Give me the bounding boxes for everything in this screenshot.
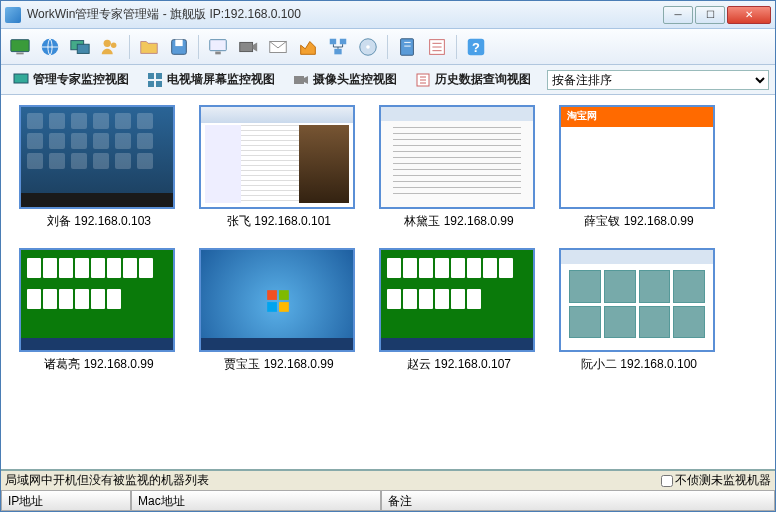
svg-rect-30 [148,81,154,87]
tab-management-view[interactable]: 管理专家监控视图 [7,68,135,91]
history-icon [415,72,431,88]
no-detect-checkbox[interactable]: 不侦测未监视机器 [661,472,771,489]
client-thumbnail[interactable]: 刘备 192.168.0.103 [19,105,179,230]
svg-rect-35 [279,290,289,300]
screens-icon[interactable] [67,34,93,60]
svg-rect-9 [210,39,227,50]
network-icon[interactable] [325,34,351,60]
svg-rect-0 [11,39,29,51]
app-window: WorkWin管理专家管理端 - 旗舰版 IP:192.168.0.100 ─ … [0,0,776,512]
mail-icon[interactable] [265,34,291,60]
cd-icon[interactable] [355,34,381,60]
svg-rect-29 [156,73,162,79]
app-icon [5,7,21,23]
svg-rect-34 [267,290,277,300]
close-button[interactable]: ✕ [727,6,771,24]
monitor-icon [13,72,29,88]
sort-dropdown[interactable]: 按备注排序 [547,70,769,90]
client-thumbnail[interactable]: 诸葛亮 192.168.0.99 [19,248,179,373]
svg-rect-4 [77,44,89,53]
view-tabs: 管理专家监控视图 电视墙屏幕监控视图 摄像头监控视图 历史数据查询视图 按备注排… [1,65,775,95]
client-label: 贾宝玉 192.168.0.99 [199,356,359,373]
client-thumbnail[interactable]: 贾宝玉 192.168.0.99 [199,248,359,373]
svg-rect-15 [334,48,341,54]
svg-point-17 [366,45,370,49]
svg-rect-36 [267,302,277,312]
screenshot-preview[interactable] [199,105,355,209]
sort-selector[interactable]: 按备注排序 [547,70,769,90]
camera-icon [293,72,309,88]
svg-rect-18 [401,38,414,55]
col-mac[interactable]: Mac地址 [131,491,381,511]
svg-rect-8 [175,39,182,45]
thumbnail-area: 刘备 192.168.0.103张飞 192.168.0.101林黛玉 192.… [1,95,775,469]
column-headers: IP地址 Mac地址 备注 [1,491,775,511]
svg-rect-11 [240,42,253,51]
tvwall-icon [147,72,163,88]
folder-icon[interactable] [136,34,162,60]
window-controls: ─ ☐ ✕ [663,6,771,24]
col-ip[interactable]: IP地址 [1,491,131,511]
titlebar: WorkWin管理专家管理端 - 旗舰版 IP:192.168.0.100 ─ … [1,1,775,29]
camera-icon[interactable] [235,34,261,60]
client-label: 薛宝钗 192.168.0.99 [559,213,719,230]
client-thumbnail[interactable]: 林黛玉 192.168.0.99 [379,105,539,230]
svg-text:?: ? [472,39,480,54]
screenshot-preview[interactable] [19,248,175,352]
globe-icon[interactable] [37,34,63,60]
panel-title: 局域网中开机但没有被监视的机器列表 [5,472,661,489]
screenshot-preview[interactable] [379,105,535,209]
client-label: 赵云 192.168.0.107 [379,356,539,373]
display-icon[interactable] [205,34,231,60]
svg-rect-32 [294,76,304,84]
client-label: 林黛玉 192.168.0.99 [379,213,539,230]
toolbar-separator [129,35,130,59]
screenshot-preview[interactable] [559,248,715,352]
svg-rect-13 [330,38,336,44]
tab-label: 电视墙屏幕监控视图 [167,71,275,88]
client-label: 张飞 192.168.0.101 [199,213,359,230]
toolbar-separator [387,35,388,59]
disk-icon[interactable] [166,34,192,60]
maximize-button[interactable]: ☐ [695,6,725,24]
minimize-button[interactable]: ─ [663,6,693,24]
no-detect-input[interactable] [661,475,673,487]
unmonitored-panel: 局域网中开机但没有被监视的机器列表 不侦测未监视机器 IP地址 Mac地址 备注 [1,469,775,511]
svg-rect-37 [279,302,289,312]
screenshot-preview[interactable] [199,248,355,352]
help-icon[interactable]: ? [463,34,489,60]
book-icon[interactable] [394,34,420,60]
toolbar-separator [198,35,199,59]
svg-rect-14 [340,38,346,44]
tab-label: 管理专家监控视图 [33,71,129,88]
svg-point-6 [111,42,117,48]
tab-label: 摄像头监控视图 [313,71,397,88]
svg-point-5 [104,39,111,46]
screenshot-preview[interactable] [379,248,535,352]
client-thumbnail[interactable]: 淘宝网薛宝钗 192.168.0.99 [559,105,719,230]
svg-rect-10 [215,51,221,54]
panel-header: 局域网中开机但没有被监视的机器列表 不侦测未监视机器 [1,471,775,491]
tab-camera-view[interactable]: 摄像头监控视图 [287,68,403,91]
toolbar-separator [456,35,457,59]
main-toolbar: ? [1,29,775,65]
client-thumbnail[interactable]: 阮小二 192.168.0.100 [559,248,719,373]
monitor-icon[interactable] [7,34,33,60]
client-label: 刘备 192.168.0.103 [19,213,179,230]
users-icon[interactable] [97,34,123,60]
chart-icon[interactable] [295,34,321,60]
svg-rect-31 [156,81,162,87]
tab-tvwall-view[interactable]: 电视墙屏幕监控视图 [141,68,281,91]
svg-rect-27 [14,74,28,83]
window-title: WorkWin管理专家管理端 - 旗舰版 IP:192.168.0.100 [27,6,663,23]
list-icon[interactable] [424,34,450,60]
client-label: 阮小二 192.168.0.100 [559,356,719,373]
screenshot-preview[interactable] [19,105,175,209]
col-note[interactable]: 备注 [381,491,775,511]
client-label: 诸葛亮 192.168.0.99 [19,356,179,373]
tab-history-view[interactable]: 历史数据查询视图 [409,68,537,91]
tab-label: 历史数据查询视图 [435,71,531,88]
client-thumbnail[interactable]: 赵云 192.168.0.107 [379,248,539,373]
client-thumbnail[interactable]: 张飞 192.168.0.101 [199,105,359,230]
screenshot-preview[interactable]: 淘宝网 [559,105,715,209]
